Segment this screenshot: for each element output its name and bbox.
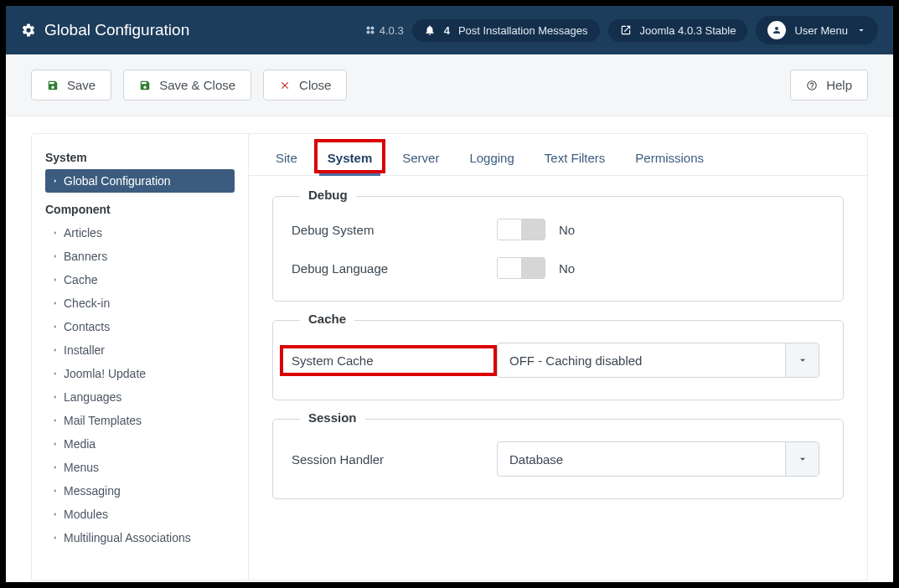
row-system-cache: System Cache OFF - Caching disabled — [292, 343, 824, 378]
help-button[interactable]: Help — [790, 70, 868, 101]
save-icon — [47, 80, 59, 91]
chevron-down-icon — [856, 25, 866, 35]
value-debug-language: No — [559, 261, 575, 276]
joomla-icon — [365, 25, 375, 35]
page-title-wrap: Global Configuration — [21, 21, 365, 39]
body-area: System Global Configuration Component Ar… — [6, 116, 893, 580]
sidebar-item-joomla-update[interactable]: Joomla! Update — [45, 362, 235, 385]
sidebar-item-multilingual-associations[interactable]: Multilingual Associations — [45, 526, 235, 549]
close-button[interactable]: Close — [263, 70, 347, 101]
notification-count: 4 — [444, 24, 450, 37]
sidebar: System Global Configuration Component Ar… — [31, 133, 249, 580]
sidebar-section-system: System — [45, 151, 235, 164]
svg-point-1 — [370, 27, 374, 30]
sidebar-item-check-in[interactable]: Check-in — [45, 291, 235, 315]
sidebar-item-contacts[interactable]: Contacts — [45, 315, 235, 338]
label-system-cache: System Cache — [280, 345, 497, 376]
sidebar-item-modules[interactable]: Modules — [45, 503, 235, 526]
chevron-down-icon — [785, 442, 819, 476]
svg-point-2 — [366, 31, 369, 34]
highlight-box — [314, 139, 385, 173]
sidebar-item-media[interactable]: Media — [45, 432, 235, 456]
action-toolbar: Save Save & Close Close Help — [6, 54, 893, 116]
chevron-right-icon — [52, 487, 59, 494]
chevron-right-icon — [52, 178, 59, 184]
chevron-right-icon — [52, 417, 59, 424]
sidebar-item-installer[interactable]: Installer — [45, 338, 235, 362]
form-area: Debug Debug System No Debug Language — [249, 176, 867, 519]
fieldset-cache: Cache System Cache OFF - Caching disable… — [272, 320, 844, 400]
sidebar-item-cache[interactable]: Cache — [45, 268, 235, 291]
main-panel: Site System Server Logging Text Filters … — [249, 133, 868, 580]
topbar-right: 4.0.3 4 Post Installation Messages Jooml… — [365, 16, 878, 44]
chevron-right-icon — [52, 464, 59, 471]
svg-point-0 — [366, 27, 369, 30]
tab-server[interactable]: Server — [399, 146, 442, 175]
sidebar-section-component: Component — [45, 203, 235, 216]
sidebar-item-messaging[interactable]: Messaging — [45, 479, 235, 503]
save-button[interactable]: Save — [31, 70, 111, 101]
bell-icon — [424, 24, 436, 36]
label-debug-language: Debug Language — [292, 261, 497, 276]
label-debug-system: Debug System — [292, 223, 497, 237]
label-session-handler: Session Handler — [292, 452, 497, 467]
chevron-down-icon — [785, 343, 819, 377]
sidebar-item-global-configuration[interactable]: Global Configuration — [45, 169, 235, 193]
tab-logging[interactable]: Logging — [466, 146, 517, 175]
chevron-right-icon — [52, 534, 59, 541]
select-value-session-handler: Database — [509, 452, 563, 467]
chevron-right-icon — [52, 394, 59, 400]
close-icon — [279, 80, 291, 91]
user-menu-pill[interactable]: User Menu — [756, 16, 878, 44]
tab-permissions[interactable]: Permissions — [632, 146, 707, 175]
chevron-right-icon — [52, 300, 59, 307]
notifications-label: Post Installation Messages — [458, 24, 588, 37]
legend-cache: Cache — [300, 312, 354, 326]
tab-site[interactable]: Site — [272, 146, 301, 175]
tab-system[interactable]: System — [324, 146, 375, 175]
svg-point-3 — [370, 31, 374, 34]
chevron-right-icon — [52, 347, 59, 353]
stable-pill[interactable]: Joomla 4.0.3 Stable — [608, 19, 748, 42]
value-debug-system: No — [559, 223, 575, 237]
stable-label: Joomla 4.0.3 Stable — [640, 24, 736, 37]
sidebar-item-mail-templates[interactable]: Mail Templates — [45, 409, 235, 432]
select-session-handler[interactable]: Database — [497, 441, 819, 477]
chevron-right-icon — [52, 230, 59, 236]
legend-session: Session — [300, 410, 365, 425]
tabs: Site System Server Logging Text Filters … — [249, 134, 867, 176]
chevron-right-icon — [52, 370, 59, 377]
fieldset-debug: Debug Debug System No Debug Language — [272, 196, 844, 302]
sidebar-item-languages[interactable]: Languages — [45, 385, 235, 409]
row-debug-system: Debug System No — [292, 219, 824, 240]
select-value-system-cache: OFF - Caching disabled — [509, 353, 642, 368]
external-link-icon — [620, 24, 632, 36]
notifications-pill[interactable]: 4 Post Installation Messages — [412, 19, 600, 42]
row-debug-language: Debug Language No — [292, 257, 824, 279]
chevron-right-icon — [52, 441, 59, 447]
toggle-debug-system[interactable] — [497, 219, 545, 240]
user-avatar — [767, 21, 786, 39]
row-session-handler: Session Handler Database — [292, 441, 824, 477]
save-close-button[interactable]: Save & Close — [123, 70, 251, 101]
select-system-cache[interactable]: OFF - Caching disabled — [497, 343, 819, 378]
user-menu-label: User Menu — [794, 24, 848, 37]
sidebar-item-menus[interactable]: Menus — [45, 456, 235, 479]
chevron-right-icon — [52, 253, 59, 260]
save-icon — [139, 80, 151, 91]
sidebar-item-articles[interactable]: Articles — [45, 221, 235, 245]
question-icon — [806, 80, 818, 91]
topbar: Global Configuration 4.0.3 4 Post Instal… — [6, 6, 893, 54]
tab-text-filters[interactable]: Text Filters — [541, 146, 609, 175]
legend-debug: Debug — [300, 188, 356, 202]
user-icon — [772, 25, 782, 35]
toggle-debug-language[interactable] — [497, 257, 545, 279]
chevron-right-icon — [52, 276, 59, 283]
chevron-right-icon — [52, 323, 59, 330]
chevron-right-icon — [52, 511, 59, 518]
sidebar-item-banners[interactable]: Banners — [45, 245, 235, 268]
version-tag: 4.0.3 — [365, 24, 404, 37]
gear-icon — [21, 23, 36, 38]
fieldset-session: Session Session Handler Database — [272, 419, 844, 499]
page-title: Global Configuration — [44, 21, 189, 39]
